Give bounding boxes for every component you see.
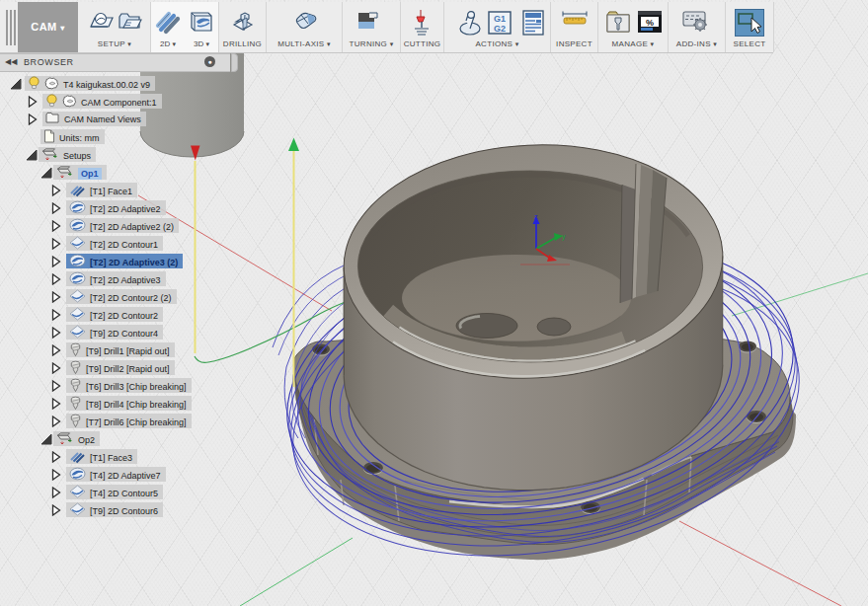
svg-text:z: z	[534, 213, 538, 220]
svg-text:y: y	[562, 233, 566, 241]
svg-text:G1: G1	[494, 14, 506, 24]
svg-text:G2: G2	[494, 24, 506, 34]
svg-text:%: %	[646, 18, 654, 28]
